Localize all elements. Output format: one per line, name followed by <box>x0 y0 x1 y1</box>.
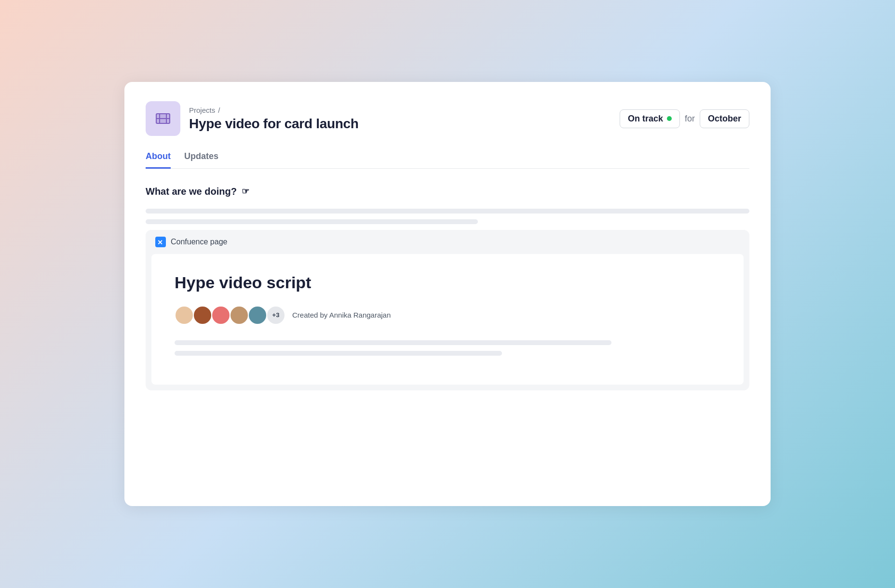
conf-skeleton-2 <box>175 351 502 356</box>
breadcrumb-separator: / <box>218 106 220 114</box>
project-title: Hype video for card launch <box>189 116 359 132</box>
confluence-skeleton <box>175 340 720 356</box>
tab-updates[interactable]: Updates <box>184 151 218 169</box>
tabs-nav: About Updates <box>146 151 749 169</box>
header-left: Projects / Hype video for card launch <box>146 101 359 136</box>
on-track-badge[interactable]: On track <box>620 109 680 128</box>
project-icon <box>146 101 180 136</box>
header-right: On track for October <box>620 109 749 128</box>
avatar-2 <box>193 306 212 325</box>
avatar-overflow-count: +3 <box>266 306 285 325</box>
main-card: Projects / Hype video for card launch On… <box>124 82 771 506</box>
page-header: Projects / Hype video for card launch On… <box>146 101 749 136</box>
skeleton-line-1 <box>146 209 749 214</box>
breadcrumb: Projects / <box>189 106 359 114</box>
confluence-body: Hype video script +3 Created by Annika R… <box>151 254 744 385</box>
status-dot <box>667 116 672 121</box>
header-text: Projects / Hype video for card launch <box>189 106 359 132</box>
avatars-row: +3 Created by Annika Rangarajan <box>175 306 720 325</box>
confluence-doc-title: Hype video script <box>175 273 720 292</box>
confluence-label: Confuence page <box>171 238 227 246</box>
on-track-label: On track <box>628 114 663 124</box>
month-badge[interactable]: October <box>700 109 749 128</box>
breadcrumb-parent[interactable]: Projects <box>189 106 215 114</box>
created-by-text: Created by Annika Rangarajan <box>292 311 391 319</box>
confluence-card[interactable]: ✕ Confuence page Hype video script +3 Cr… <box>146 230 749 390</box>
conf-skeleton-1 <box>175 340 611 345</box>
confluence-card-header: ✕ Confuence page <box>146 230 749 254</box>
for-label: for <box>685 114 695 124</box>
skeleton-line-2 <box>146 219 478 224</box>
avatar-4 <box>230 306 249 325</box>
section-title[interactable]: What are we doing? ☞ <box>146 186 749 197</box>
avatar-3 <box>211 306 231 325</box>
section-title-text: What are we doing? <box>146 186 237 197</box>
confluence-icon: ✕ <box>155 237 166 247</box>
svg-text:✕: ✕ <box>157 239 163 246</box>
tab-about[interactable]: About <box>146 151 171 169</box>
avatar-1 <box>175 306 194 325</box>
avatar-5 <box>248 306 267 325</box>
pointer-cursor-icon: ☞ <box>242 186 249 197</box>
